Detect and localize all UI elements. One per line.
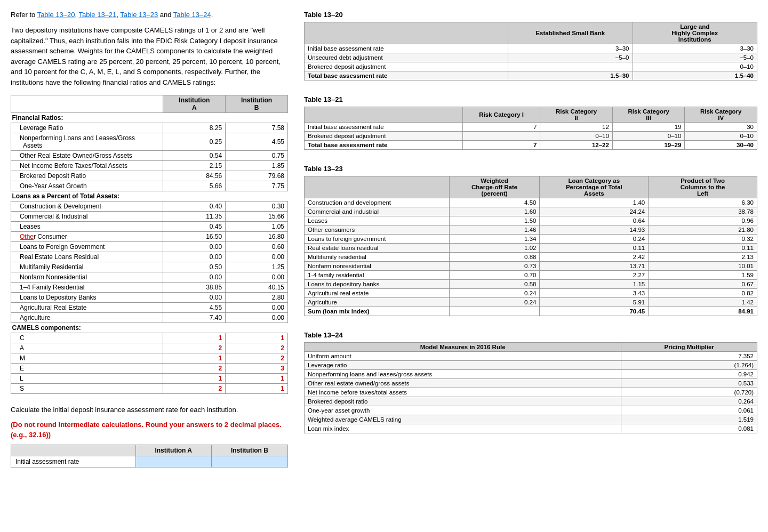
t1321-h5: Risk CategoryIV: [685, 107, 757, 123]
assessment-text2: (Do not round intermediate calculations.…: [11, 420, 288, 440]
assessment-input-a[interactable]: [135, 456, 211, 467]
table-row: 1-4 family residential 0.70 2.27 1.59: [305, 271, 757, 280]
table-row: Unsecured debt adjustment −5–0 −5–0: [305, 53, 757, 62]
table-row-total: Total base assessment rate 7 12–22 19–29…: [305, 141, 757, 150]
table-row: Nonperforming loans and leases/gross ass…: [305, 370, 757, 379]
table-row: Nonperforming Loans and Leases/Gross Ass…: [11, 133, 288, 151]
table-1323-section: Table 13–23 WeightedCharge-off Rate(perc…: [304, 165, 757, 316]
table-row-camels-e: E 2 3: [11, 364, 288, 374]
assess-row-label: Initial assessment rate: [11, 456, 136, 467]
table-row: Weighted average CAMELS rating 1.519: [305, 415, 757, 424]
table-1323-title: Table 13–23: [304, 165, 757, 173]
t1321-r2-c3: 0–10: [540, 132, 613, 141]
table-row: Nonfarm nonresidential 0.73 13.71 10.01: [305, 262, 757, 271]
table-row-total: Total base assessment rate 1.5–30 1.5–40: [305, 71, 757, 80]
table-row: Loans to depository banks 0.58 1.15 0.67: [305, 280, 757, 289]
t1321-r3-c3: 12–22: [540, 141, 613, 150]
t1324-h1: Model Measures in 2016 Rule: [305, 343, 621, 352]
assessment-table: Institution A Institution B Initial asse…: [11, 445, 288, 467]
t1321-h4: Risk CategoryIII: [612, 107, 685, 123]
t1321-r1-c5: 30: [685, 123, 757, 132]
table-row: Loan mix index 0.081: [305, 424, 757, 433]
t1321-r2-c5: 0–10: [685, 132, 757, 141]
t1323-h1: [305, 176, 450, 198]
table-row: Real Estate Loans Residual 0.00 0.00: [11, 252, 288, 262]
table-1324-title: Table 13–24: [304, 331, 757, 339]
t1320-r4-c2: 1.5–30: [508, 71, 633, 80]
t1320-r4-c3: 1.5–40: [633, 71, 757, 80]
t1320-r1-label: Initial base assessment rate: [305, 44, 508, 53]
assess-col-a: Institution A: [135, 445, 211, 456]
link-table-1320[interactable]: Table 13–20: [37, 11, 75, 19]
table-1321-section: Table 13–21 Risk Category I Risk Categor…: [304, 95, 757, 150]
t1320-r3-c3: 0–10: [633, 62, 757, 71]
table-row: Leverage Ratio 8.25 7.58: [11, 123, 288, 133]
table-row: Net income before taxes/total assets (0.…: [305, 388, 757, 397]
institution-table: InstitutionA InstitutionB Financial Rati…: [11, 95, 288, 394]
t1321-r3-c2: 7: [463, 141, 540, 150]
table-row: Leases 0.45 1.05: [11, 222, 288, 232]
table-row: Other real estate owned/gross assets 0.5…: [305, 379, 757, 388]
t1321-r2-label: Brokered deposit adjustment: [305, 132, 463, 141]
table-row: Uniform amount 7.352: [305, 352, 757, 361]
table-row: Other consumers 1.46 14.93 21.80: [305, 225, 757, 235]
assessment-text1: Calculate the initial deposit insurance …: [11, 405, 288, 415]
table-row: One-year asset growth 0.061: [305, 406, 757, 415]
t1323-h2: WeightedCharge-off Rate(percent): [449, 176, 540, 198]
assessment-bold-text: (Do not round intermediate calculations.…: [11, 421, 282, 439]
table-row: Agriculture 0.24 5.91 1.42: [305, 298, 757, 307]
inst-header-a: InstitutionA: [163, 95, 226, 113]
inst-header-b: InstitutionB: [226, 95, 288, 113]
table-1321-title: Table 13–21: [304, 95, 757, 103]
t1320-r1-c2: 3–30: [508, 44, 633, 53]
table-row: Net Income Before Taxes/Total Assets 2.1…: [11, 161, 288, 171]
table-row: Loans to foreign government 1.34 0.24 0.…: [305, 235, 757, 244]
table-row: Other Consumer 16.50 16.80: [11, 232, 288, 242]
link-table-1321[interactable]: Table 13–21: [78, 11, 116, 19]
section-camels: CAMELS components:: [11, 323, 288, 333]
table-row: Commercial and industrial 1.60 24.24 38.…: [305, 207, 757, 216]
t1321-h3: Risk CategoryII: [540, 107, 613, 123]
table-1321: Risk Category I Risk CategoryII Risk Cat…: [304, 107, 757, 150]
table-1324: Model Measures in 2016 Rule Pricing Mult…: [304, 342, 757, 433]
assessment-row: Initial assessment rate: [11, 456, 288, 467]
assessment-input-b[interactable]: [211, 456, 287, 467]
assess-col-label: [11, 445, 136, 456]
t1320-h3: Large andHighly ComplexInstitutions: [633, 22, 757, 44]
table-row: Initial base assessment rate 7 12 19 30: [305, 123, 757, 132]
table-row: Construction & Development 0.40 0.30: [11, 201, 288, 212]
table-row: 1–4 Family Residential 38.85 40.15: [11, 283, 288, 293]
t1321-r1-c4: 19: [612, 123, 685, 132]
table-row: Brokered deposit adjustment 0–10 0–10 0–…: [305, 132, 757, 141]
t1320-r3-c2: [508, 62, 633, 71]
assessment-section: Calculate the initial deposit insurance …: [11, 405, 288, 467]
left-panel: Refer to Table 13–20, Table 13–21, Table…: [11, 11, 288, 467]
table-row: Multifamily residential 0.88 2.42 2.13: [305, 253, 757, 262]
section-financial: Financial Ratios:: [11, 113, 288, 123]
table-row: Construction and development 4.50 1.40 6…: [305, 198, 757, 207]
table-row: Loans to Foreign Government 0.00 0.60: [11, 242, 288, 252]
table-row: Leases 1.50 0.64 0.96: [305, 216, 757, 225]
t1321-r3-c5: 30–40: [685, 141, 757, 150]
table-row: Real estate loans residual 1.02 0.11 0.1…: [305, 244, 757, 253]
table-row: Multifamily Residential 0.50 1.25: [11, 262, 288, 272]
table-row-sum: Sum (loan mix index) 70.45 84.91: [305, 307, 757, 316]
table-row: One-Year Asset Growth 5.66 7.75: [11, 181, 288, 191]
link-table-1323[interactable]: Table 13–23: [120, 11, 158, 19]
table-row: Agriculture 7.40 0.00: [11, 313, 288, 323]
intro-links-prefix: Refer to: [11, 11, 37, 19]
table-1320-section: Table 13–20 Established Small Bank Large…: [304, 11, 757, 80]
t1321-r1-c2: 7: [463, 123, 540, 132]
t1324-h2: Pricing Multiplier: [621, 343, 757, 352]
t1320-r2-label: Unsecured debt adjustment: [305, 53, 508, 62]
table-row: Commercial & Industrial 11.35 15.66: [11, 212, 288, 222]
table-row: Initial base assessment rate 3–30 3–30: [305, 44, 757, 53]
section-loans: Loans as a Percent of Total Assets:: [11, 191, 288, 201]
table-row: Brokered deposit ratio 0.264: [305, 397, 757, 406]
link-table-1324[interactable]: Table 13–24: [173, 11, 211, 19]
t1320-r4-label: Total base assessment rate: [305, 71, 508, 80]
t1321-h2: Risk Category I: [463, 107, 540, 123]
table-row: Leverage ratio (1.264): [305, 361, 757, 370]
intro-links: Refer to Table 13–20, Table 13–21, Table…: [11, 11, 288, 19]
t1320-h2: Established Small Bank: [508, 22, 633, 44]
